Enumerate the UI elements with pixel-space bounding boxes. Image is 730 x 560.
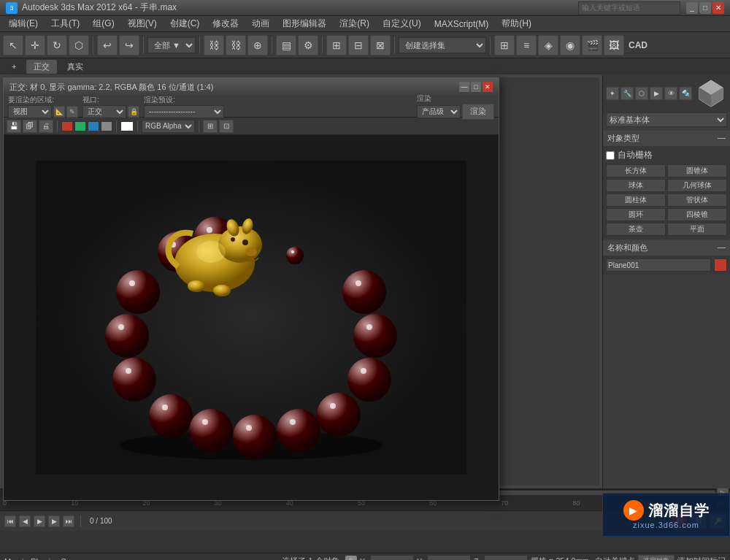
render-area-select[interactable]: 视图 [8,105,52,118]
menu-group[interactable]: 组(G) [87,16,120,31]
toolbar-render-btn[interactable]: 🎬 [582,35,602,55]
panel-icon-utilities[interactable]: 🔩 [679,87,692,100]
menu-maxscript[interactable]: MAXScript(M) [429,18,495,31]
toolbar-align-btn[interactable]: ≡ [516,35,537,55]
toolbar-graph-btn[interactable]: ◈ [538,35,558,55]
rt-zoom-btn[interactable]: ⊞ [203,120,218,133]
toolbar-material-btn[interactable]: ◉ [560,35,580,55]
view-tab-ortho[interactable]: 正交 [26,60,57,74]
obj-pyramid-btn[interactable]: 四棱锥 [667,208,727,221]
maximize-button[interactable]: □ [699,2,711,14]
panel-icon-motion[interactable]: ▶ [650,87,663,100]
render-minimize-btn[interactable]: — [459,82,469,92]
menu-view[interactable]: 视图(V) [122,16,163,31]
selected-set-btn[interactable]: 选定对象 [638,555,675,561]
channel-select[interactable]: RGB Alpha [142,120,195,133]
obj-teapot-btn[interactable]: 茶壶 [606,223,666,236]
rt-print-btn[interactable]: 🖨 [39,120,53,133]
panel-icon-hierarchy[interactable]: ⬡ [635,87,648,100]
view-tab-plus[interactable]: + [4,61,23,72]
next-frame-btn[interactable]: ▶ [48,515,60,527]
rt-white-swatch[interactable] [120,121,134,131]
render-area-btn2[interactable]: ✎ [66,106,78,118]
x-coord-input[interactable] [370,555,414,561]
selected-count-label: 选择了 1 个对象 [282,556,339,560]
menu-graph-editor[interactable]: 图形编辑器 [277,16,332,31]
named-select-dropdown[interactable]: 创建选择集 [399,37,486,53]
toolbar-scale-btn[interactable]: ⬡ [69,35,89,55]
y-coord-input[interactable] [427,555,471,561]
svg-point-52 [213,285,231,296]
lock-btn[interactable]: 🔒 [345,556,357,561]
menu-tools[interactable]: 工具(T) [45,16,85,31]
obj-plane-btn[interactable]: 平面 [667,223,727,236]
view-tab-realistic[interactable]: 真实 [60,60,91,74]
obj-geosphere-btn[interactable]: 几何球体 [667,179,727,192]
panel-icon-create[interactable]: ✦ [606,87,619,100]
toolbar-select-btn[interactable]: ↖ [3,35,23,55]
obj-box-btn[interactable]: 长方体 [606,164,666,177]
render-viewport-select[interactable]: 正交 [82,105,126,118]
rt-clone-btn[interactable]: 🗐 [23,120,37,133]
toolbar-mirror2-btn[interactable]: ⊞ [494,35,515,55]
object-color-swatch[interactable] [714,258,727,272]
rt-blue-channel[interactable] [88,121,99,131]
toolbar-move-btn[interactable]: ✛ [25,35,45,55]
obj-cylinder-btn[interactable]: 圆柱体 [606,193,666,207]
search-input[interactable] [578,1,680,15]
menu-create[interactable]: 创建(C) [164,16,206,31]
toolbar-snap-btn[interactable]: ⊞ [326,35,347,55]
menu-render[interactable]: 渲染(R) [334,16,375,31]
obj-cone-btn[interactable]: 圆锥体 [667,164,727,177]
end-btn[interactable]: ⏭ [63,515,74,527]
toolbar-mirror-btn[interactable]: ⊠ [370,35,391,55]
toolbar-undo-btn[interactable]: ↩ [97,35,118,55]
close-button[interactable]: ✕ [712,2,724,14]
minimize-button[interactable]: _ [686,2,698,14]
render-area-btn[interactable]: 📐 [53,106,65,118]
object-category-dropdown[interactable]: 标准基本体 [606,112,727,127]
play-pause-btn[interactable]: ▶ [34,515,45,527]
panel-icon-modify[interactable]: 🔧 [620,87,634,100]
prev-frame-btn[interactable]: ◀ [19,515,31,527]
render-execute-btn[interactable]: 渲染 [462,104,494,120]
main-toolbar: ↖ ✛ ↻ ⬡ ↩ ↪ 全部 ▼ ⛓ ⛓ ⊕ ▤ ⚙ ⊞ ⊟ ⊠ 创建选择集 ⊞… [0,32,730,58]
obj-torus-btn[interactable]: 圆环 [606,208,666,221]
panel-icon-display[interactable]: 👁 [664,87,677,100]
render-preset-select[interactable]: ------------------- [144,105,224,118]
obj-tube-btn[interactable]: 管状体 [667,193,727,207]
menu-animation[interactable]: 动画 [246,16,275,31]
menu-edit[interactable]: 编辑(E) [3,16,44,31]
rt-save-btn[interactable]: 💾 [7,120,21,133]
menu-customize[interactable]: 自定义(U) [377,16,427,31]
z-coord-input[interactable] [484,555,528,561]
toolbar-link-btn[interactable]: ⛓ [204,35,224,55]
rt-fit-btn[interactable]: ⊡ [219,120,234,133]
name-color-collapse[interactable]: — [718,242,726,253]
toolbar-render2-btn[interactable]: 🖼 [604,35,624,55]
toolbar-properties-btn[interactable]: ⚙ [298,35,318,55]
render-quality-select[interactable]: 产品级 [417,105,461,118]
watermark-play-icon: ▶ [623,500,644,521]
rt-red-channel[interactable] [61,121,73,131]
toolbar-bind-btn[interactable]: ⊕ [247,35,268,55]
rt-green-channel[interactable] [74,121,86,131]
rt-mono-channel[interactable] [101,121,112,131]
view-select-dropdown[interactable]: 全部 ▼ [147,37,196,53]
play-btn[interactable]: ⏮ [4,515,16,527]
render-close-btn[interactable]: ✕ [483,82,493,92]
toolbar-rotate-btn[interactable]: ↻ [47,35,67,55]
menu-help[interactable]: 帮助(H) [496,16,537,31]
toolbar-snap2-btn[interactable]: ⊟ [348,35,369,55]
object-name-input[interactable] [606,258,711,272]
obj-sphere-btn[interactable]: 球体 [606,179,666,192]
menu-modifiers[interactable]: 修改器 [207,16,245,31]
auto-grid-checkbox[interactable] [606,151,615,160]
render-lock-btn[interactable]: 🔒 [128,106,139,118]
time-display: 0 / 100 [87,517,115,525]
toolbar-layer-btn[interactable]: ▤ [276,35,296,55]
render-maximize-btn[interactable]: □ [471,82,481,92]
toolbar-unlink-btn[interactable]: ⛓ [226,35,246,55]
toolbar-redo-btn[interactable]: ↪ [119,35,139,55]
section-collapse-icon[interactable]: — [718,133,726,144]
